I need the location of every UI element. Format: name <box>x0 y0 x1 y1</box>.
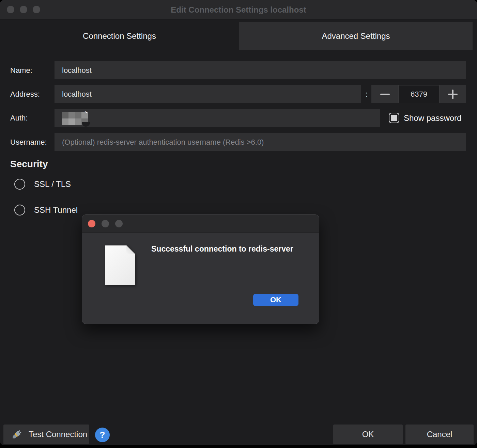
name-input[interactable] <box>55 61 466 79</box>
connection-result-modal: Successful connection to redis-server OK <box>82 214 319 324</box>
address-port-separator: : <box>363 85 371 103</box>
modal-message: Successful connection to redis-server <box>151 244 293 254</box>
ssl-tls-radio[interactable]: SSL / TLS <box>14 178 71 190</box>
tab-connection-settings[interactable]: Connection Settings <box>0 22 239 50</box>
modal-ok-button[interactable]: OK <box>253 294 298 306</box>
modal-zoom-button <box>115 220 123 227</box>
address-input[interactable] <box>55 85 361 103</box>
port-input[interactable]: 6379 <box>398 85 440 103</box>
plug-icon <box>11 428 23 441</box>
window-title: Edit Connection Settings localhost <box>0 0 477 19</box>
window-titlebar: Edit Connection Settings localhost <box>0 0 477 19</box>
dialog-cancel-button[interactable]: Cancel <box>405 425 474 444</box>
modal-close-button[interactable] <box>88 220 95 227</box>
security-heading: Security <box>10 159 48 170</box>
tab-advanced-settings[interactable]: Advanced Settings <box>239 22 473 50</box>
username-input[interactable] <box>55 133 466 151</box>
radio-circle-icon <box>14 205 25 215</box>
help-button[interactable]: ? <box>95 428 110 442</box>
show-password-checkbox[interactable] <box>389 113 399 123</box>
modal-titlebar <box>82 215 319 233</box>
show-password-label: Show password <box>404 109 461 127</box>
test-connection-button[interactable]: Test Connection <box>3 425 89 444</box>
document-icon <box>105 245 135 285</box>
modal-minimize-button <box>102 220 109 227</box>
port-decrement-button[interactable] <box>371 85 398 103</box>
minus-icon <box>380 94 390 95</box>
username-label: Username: <box>10 133 47 151</box>
dialog-ok-button[interactable]: OK <box>333 425 403 444</box>
address-label: Address: <box>10 85 40 103</box>
ssl-tls-label: SSL / TLS <box>34 179 71 189</box>
test-connection-label: Test Connection <box>29 430 87 439</box>
auth-label: Auth: <box>10 109 28 127</box>
port-increment-button[interactable] <box>440 85 466 103</box>
modal-window-controls <box>88 220 123 227</box>
auth-redacted-artifact: ` <box>84 110 88 121</box>
checkbox-fill <box>391 115 397 121</box>
radio-circle-icon <box>14 179 25 190</box>
name-label: Name: <box>10 61 32 79</box>
ssh-tunnel-label: SSH Tunnel <box>34 205 78 215</box>
ssh-tunnel-radio[interactable]: SSH Tunnel <box>14 204 78 215</box>
auth-password-input[interactable] <box>55 109 380 127</box>
question-mark-icon: ? <box>100 430 105 440</box>
